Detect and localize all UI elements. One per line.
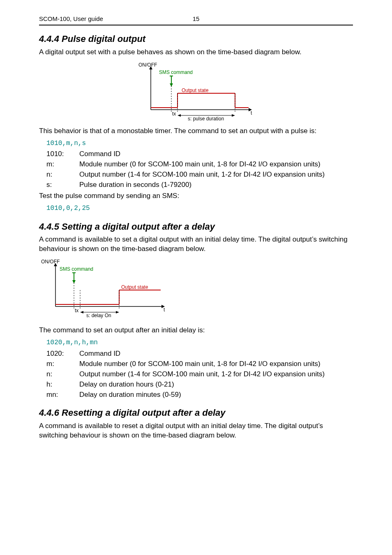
diag2-output-label: Output state [121,284,148,290]
param-desc: Output number (1-4 for SCOM-100 main uni… [79,170,353,180]
param-key: mn: [46,390,79,400]
section-446-intro: A command is available to reset a digita… [39,421,353,440]
section-444-heading: 4.4.4 Pulse digital output [39,33,353,45]
section-444-intro: A digital output set with a pulse behave… [39,48,353,57]
section-445-intro: A command is available to set a digital … [39,235,353,254]
param-row: m: Module number (0 for SCOM-100 main un… [46,359,353,369]
header-page-number: 15 [173,15,219,23]
param-desc: Module number (0 for SCOM-100 main unit,… [79,359,353,369]
param-row: s: Pulse duration in seconds (1-79200) [46,180,353,190]
param-key: 1020: [46,349,79,359]
param-row: n: Output number (1-4 for SCOM-100 main … [46,370,353,379]
page-header: SCOM-100, User guide 15 [39,15,353,25]
param-row: n: Output number (1-4 for SCOM-100 main … [46,170,353,180]
code-1010-example: 1010,0,2,25 [46,204,353,213]
param-key: m: [46,160,79,169]
header-left: SCOM-100, User guide [39,15,173,23]
code-1010: 1010,m,n,s [46,139,353,148]
section-444-test-line: Test the pulse command by sending an SMS… [39,191,353,201]
delay-diagram: ON/OFF t SMS command Output state tx s: … [39,257,353,321]
param-row: mn: Delay on duration minutes (0-59) [46,390,353,400]
section-444-after-diagram: This behavior is that of a monostable ti… [39,127,353,136]
diag1-tx: tx [172,111,176,117]
svg-marker-33 [116,311,119,313]
param-desc: Pulse duration in seconds (1-79200) [79,180,353,190]
param-row: 1010: Command ID [46,150,353,159]
page: SCOM-100, User guide 15 4.4.4 Pulse digi… [19,0,373,468]
param-desc: Delay on duration hours (0-21) [79,380,353,389]
section-446-heading: 4.4.6 Resetting a digital output after a… [39,407,353,419]
diag2-t: t [164,307,165,313]
diag1-output-label: Output state [182,88,209,93]
section-445-after-diagram: The command to set an output after an in… [39,326,353,335]
svg-marker-17 [232,114,235,117]
param-desc: Command ID [79,150,353,159]
param-desc: Command ID [79,349,353,359]
diag1-t: t [251,110,252,116]
diag2-duration: s: delay On [86,313,111,318]
section-445-heading: 4.4.5 Setting a digital output after a d… [39,221,353,233]
param-key: n: [46,370,79,379]
pulse-diagram-svg: ON/OFF t SMS command Output state tx s: [134,60,258,124]
diag2-tx: tx [75,308,78,313]
diag1-duration: s: pulse duration [188,116,224,122]
param-key: h: [46,380,79,389]
param-row: m: Module number (0 for SCOM-100 main un… [46,160,353,169]
param-key: s: [46,180,79,190]
delay-diagram-svg: ON/OFF t SMS command Output state tx s: … [39,257,171,321]
param-row: 1020: Command ID [46,349,353,359]
svg-marker-16 [178,114,181,117]
diag2-sms-label: SMS command [60,266,93,272]
diag2-ylabel: ON/OFF [41,259,60,265]
param-desc: Module number (0 for SCOM-100 main unit,… [79,160,353,169]
param-key: n: [46,170,79,180]
param-row: h: Delay on duration hours (0-21) [46,380,353,389]
svg-marker-32 [80,311,83,313]
diag1-sms-label: SMS command [159,69,193,75]
param-desc: Output number (1-4 for SCOM-100 main uni… [79,370,353,379]
code-1020: 1020,m,n,h,mn [46,339,353,348]
param-desc: Delay on duration minutes (0-59) [79,390,353,400]
param-key: m: [46,359,79,369]
diag1-ylabel: ON/OFF [138,62,157,68]
pulse-diagram: ON/OFF t SMS command Output state tx s: [39,60,353,124]
param-key: 1010: [46,150,79,159]
